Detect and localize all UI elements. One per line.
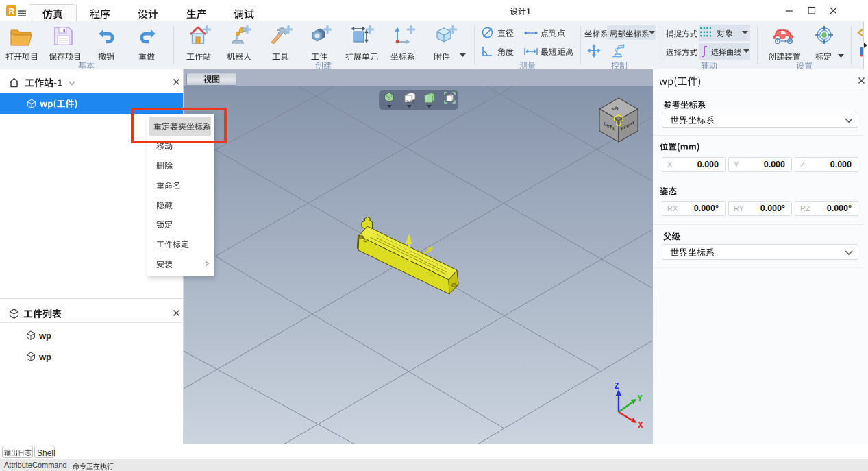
svg-text:Y: Y xyxy=(638,394,643,404)
svg-text:Solid: Solid xyxy=(406,99,414,104)
svg-text:X: X xyxy=(638,421,644,430)
svg-text:Z: Z xyxy=(615,382,619,391)
